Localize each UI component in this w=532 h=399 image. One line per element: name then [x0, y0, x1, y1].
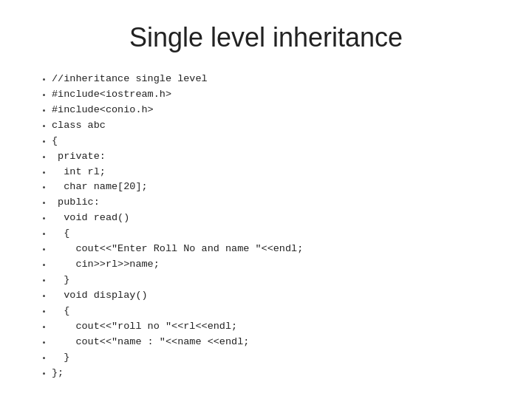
code-line: class abc: [52, 118, 532, 134]
code-line: {: [52, 226, 532, 242]
code-line: #include<iostream.h>: [52, 87, 532, 103]
page-title: Single level inheritance: [0, 0, 532, 68]
code-section: //inheritance single level#include<iostr…: [0, 68, 532, 381]
code-line: cout<<"roll no "<<rl<<endl;: [52, 319, 532, 335]
code-line: //inheritance single level: [52, 72, 532, 87]
code-line: #include<conio.h>: [52, 103, 532, 118]
code-line: cin>>rl>>name;: [52, 257, 532, 273]
code-line: int rl;: [52, 165, 532, 180]
code-line: cout<<"name : "<<name <<endl;: [52, 335, 532, 350]
code-list: //inheritance single level#include<iostr…: [37, 72, 532, 381]
code-line: cout<<"Enter Roll No and name "<<endl;: [52, 242, 532, 257]
code-line: char name[20];: [52, 180, 532, 195]
code-line: void display(): [52, 288, 532, 304]
code-line: };: [52, 366, 532, 381]
code-line: {: [52, 304, 532, 319]
code-line: }: [52, 273, 532, 288]
code-line: }: [52, 350, 532, 366]
code-line: private:: [52, 149, 532, 165]
code-line: public:: [52, 195, 532, 211]
code-line: void read(): [52, 211, 532, 226]
code-line: {: [52, 134, 532, 149]
